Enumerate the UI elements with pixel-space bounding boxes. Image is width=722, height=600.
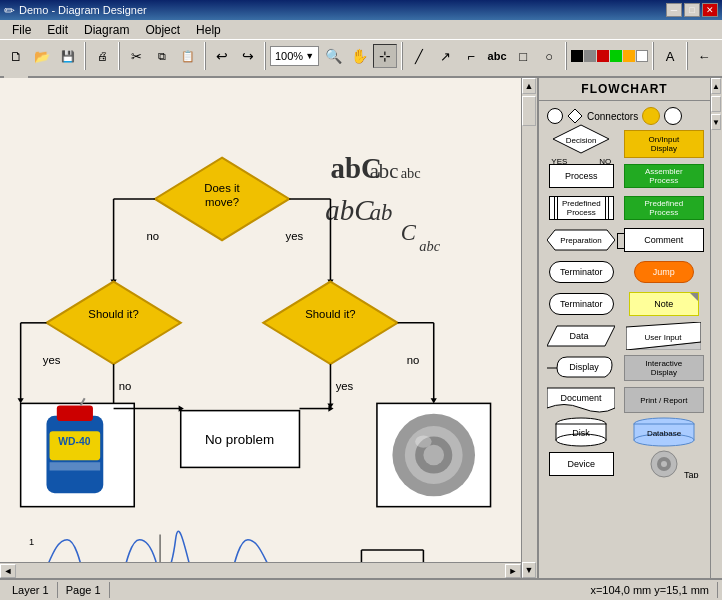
shape-on-input[interactable]: On/InputDisplay (622, 130, 706, 158)
save-button[interactable]: 💾 (56, 44, 80, 68)
canvas-scrollbar-x[interactable]: ◄ ► (0, 562, 521, 578)
scrollbar-up-button[interactable]: ▲ (522, 78, 536, 94)
menu-help[interactable]: Help (188, 21, 229, 39)
svg-text:Does it: Does it (204, 182, 240, 194)
shape-data[interactable]: Data (547, 324, 615, 348)
shape-jump[interactable]: Jump (634, 261, 694, 283)
shape-predefined-right[interactable]: PredefinedProcess (624, 196, 704, 220)
color-white[interactable] (636, 50, 648, 62)
shape-tape[interactable]: Tape (629, 450, 699, 478)
svg-text:no: no (407, 354, 420, 366)
color-green[interactable] (610, 50, 622, 62)
pan-button[interactable]: ✋ (347, 44, 371, 68)
scrollbar-right-button[interactable]: ► (505, 564, 521, 578)
select-button[interactable]: ⊹ (373, 44, 397, 68)
app-icon: ✏ (4, 3, 15, 18)
maximize-button[interactable]: □ (684, 3, 700, 17)
panel-scroll-down[interactable]: ▼ (711, 114, 721, 130)
menu-edit[interactable]: Edit (39, 21, 76, 39)
sep2 (118, 42, 120, 70)
shape-interactive-display[interactable]: InteractiveDisplay (624, 355, 704, 381)
shape-decision[interactable]: Decision (551, 123, 611, 155)
panel-scroll-thumb[interactable] (711, 96, 721, 112)
menu-object[interactable]: Object (137, 21, 188, 39)
diagram-canvas[interactable]: abC abc abc abC ab C abc Does it move? n… (0, 78, 537, 578)
scrollbar-left-button[interactable]: ◄ (0, 564, 16, 578)
shape-preparation[interactable]: Preparation (547, 228, 615, 252)
shape-comment[interactable]: Comment (624, 228, 704, 252)
panel-scrollbar[interactable]: ▲ ▼ (710, 78, 722, 578)
color-gray[interactable] (584, 50, 596, 62)
svg-text:yes: yes (285, 230, 303, 242)
zoom-box[interactable]: 100% ▼ (270, 46, 319, 66)
panel-scroll-up[interactable]: ▲ (711, 78, 721, 94)
svg-rect-38 (50, 462, 101, 470)
zoom-dropdown-icon[interactable]: ▼ (305, 51, 314, 61)
shape-predefined-left[interactable]: PredefinedProcess (549, 196, 614, 220)
menubar: File Edit Diagram Object Help (0, 20, 722, 40)
svg-text:move?: move? (205, 196, 239, 208)
redo-button[interactable]: ↪ (236, 44, 260, 68)
connectors-label: Connectors (587, 111, 638, 122)
svg-text:Should it?: Should it? (305, 308, 355, 320)
shape-display[interactable]: Display (547, 355, 615, 381)
undo-button[interactable]: ↩ (210, 44, 234, 68)
cut-button[interactable]: ✂ (124, 44, 148, 68)
shape-row-device: Device Tape (543, 449, 706, 479)
scrollbar-down-button[interactable]: ▼ (522, 562, 536, 578)
shape-print-report[interactable]: Print / Report (624, 387, 704, 413)
line-tool[interactable]: ╱ (407, 44, 431, 68)
svg-text:no: no (119, 380, 132, 392)
svg-text:no: no (147, 230, 160, 242)
text-tool[interactable]: abc (485, 44, 509, 68)
arrow-left-button[interactable]: ← (692, 44, 716, 68)
shape-device[interactable]: Device (549, 452, 614, 476)
shape-process[interactable]: Process (549, 164, 614, 188)
menu-file[interactable]: File (4, 21, 39, 39)
minimize-button[interactable]: ─ (666, 3, 682, 17)
shape-row-process: Process AssemblerProcess (543, 161, 706, 191)
svg-text:abc: abc (419, 238, 440, 254)
shape-row-preparation: Preparation Comment (543, 225, 706, 255)
color-black[interactable] (571, 50, 583, 62)
svg-text:Data: Data (570, 331, 589, 341)
shape-terminator1[interactable]: Terminator (549, 261, 614, 283)
rect-tool[interactable]: □ (511, 44, 535, 68)
shape-note[interactable]: Note (629, 292, 699, 316)
zoom-out-button[interactable]: 🔍 (321, 44, 345, 68)
print-button[interactable]: 🖨 (90, 44, 114, 68)
canvas-area[interactable]: abC abc abc abC ab C abc Does it move? n… (0, 78, 537, 578)
arrow-tool[interactable]: ↗ (433, 44, 457, 68)
shape-row-predefined: PredefinedProcess PredefinedProcess (543, 193, 706, 223)
svg-text:yes: yes (336, 380, 354, 392)
shape-circle-white[interactable] (664, 107, 682, 125)
ellipse-tool[interactable]: ○ (537, 44, 561, 68)
svg-text:Decision: Decision (566, 136, 597, 145)
color-orange[interactable] (623, 50, 635, 62)
panel-title: FLOWCHART (539, 78, 710, 101)
shape-user-input[interactable]: User Input (626, 322, 701, 350)
shape-disk[interactable]: Disk (554, 416, 609, 448)
color-red[interactable] (597, 50, 609, 62)
svg-text:No problem: No problem (205, 432, 274, 447)
main-area: abC abc abc abC ab C abc Does it move? n… (0, 78, 722, 578)
canvas-scrollbar-y[interactable]: ▲ ▼ (521, 78, 537, 578)
paste-button[interactable]: 📋 (176, 44, 200, 68)
shape-document[interactable]: Document (547, 386, 615, 414)
title-text: Demo - Diagram Designer (19, 4, 147, 16)
shape-database[interactable]: Database (629, 416, 699, 448)
new-button[interactable]: 🗋 (4, 44, 28, 68)
connector-tool[interactable]: ⌐ (459, 44, 483, 68)
shape-terminator2[interactable]: Terminator (549, 293, 614, 315)
open-button[interactable]: 📂 (30, 44, 54, 68)
svg-point-96 (661, 461, 667, 467)
text-format-button[interactable]: A (658, 44, 682, 68)
copy-button[interactable]: ⧉ (150, 44, 174, 68)
panel-content: Connectors (539, 101, 710, 483)
scrollbar-thumb[interactable] (522, 96, 536, 126)
svg-text:Preparation: Preparation (561, 236, 602, 245)
shape-circle-yellow[interactable] (642, 107, 660, 125)
shape-assembler[interactable]: AssemblerProcess (624, 164, 704, 188)
close-button[interactable]: ✕ (702, 3, 718, 17)
menu-diagram[interactable]: Diagram (76, 21, 137, 39)
